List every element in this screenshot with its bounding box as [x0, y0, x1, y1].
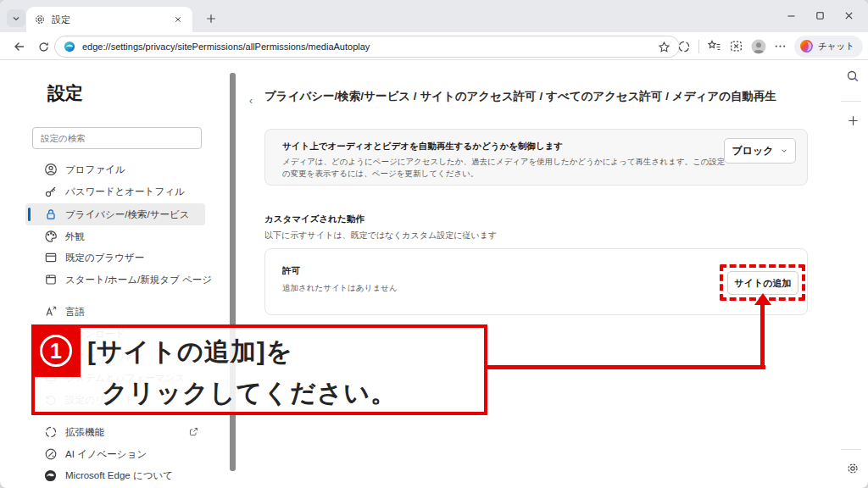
- address-bar[interactable]: edge://settings/privacy/sitePermissions/…: [54, 36, 680, 58]
- key-icon: [44, 185, 58, 198]
- sidebar-item-label: プライバシー/検索/サービス: [65, 208, 190, 221]
- autoplay-setting-description: メディアは、どのようにページにアクセスしたか、過去にメディアを使用したかどうかに…: [282, 156, 727, 180]
- palette-icon: [44, 230, 58, 243]
- browser-essentials-icon[interactable]: [677, 40, 691, 53]
- rail-divider: [841, 101, 861, 102]
- sidebar-item-languages[interactable]: 言語: [25, 301, 205, 323]
- annotation-text-line1: [サイトの追加]を: [87, 335, 293, 369]
- sidebar-plus-icon[interactable]: [844, 112, 861, 129]
- step-number: 1: [40, 335, 72, 367]
- annotation-arrow-vertical: [760, 303, 765, 369]
- autoplay-dropdown[interactable]: ブロック: [724, 138, 796, 164]
- allow-empty-text: 追加されたサイトはありません: [282, 283, 398, 294]
- tab-strip: 設定: [0, 0, 868, 32]
- toolbar-right-icons: チャット: [677, 35, 863, 58]
- copilot-chat-button[interactable]: チャット: [794, 36, 863, 58]
- start-page-icon: [44, 273, 58, 286]
- breadcrumb: プライバシー/検索/サービス / サイトのアクセス許可 / すべてのアクセス許可…: [264, 88, 790, 105]
- chevron-down-icon: [11, 14, 21, 24]
- browser-window: 設定 edge://settings/privacy/sitePermissio…: [0, 0, 868, 488]
- annotation-arrow-head: [754, 293, 771, 305]
- profile-icon: [44, 163, 58, 176]
- plus-icon: [205, 13, 217, 25]
- sidebar-item-ai-innovation[interactable]: AI イノベーション: [25, 443, 205, 465]
- extensions-icon: [44, 425, 58, 439]
- sidebar-item-label: 既定のブラウザー: [65, 252, 144, 264]
- sidebar-item-label: プロファイル: [65, 164, 125, 176]
- allow-title: 許可: [282, 265, 300, 277]
- annotation-step-badge: 1: [31, 324, 81, 377]
- refresh-button[interactable]: [36, 39, 51, 54]
- sidebar-item-start-home[interactable]: スタート/ホーム/新規タブ ページ: [25, 269, 205, 291]
- tab-settings[interactable]: 設定: [26, 7, 192, 32]
- new-tab-button[interactable]: [202, 9, 220, 28]
- chevron-down-icon: [780, 147, 788, 155]
- close-button[interactable]: [834, 3, 863, 27]
- copilot-icon: [799, 39, 814, 53]
- favorite-star-icon[interactable]: [658, 41, 670, 53]
- sidebar-item-passwords[interactable]: パスワードとオートフィル: [25, 180, 205, 202]
- sidebar-item-profile[interactable]: プロファイル: [25, 158, 205, 180]
- breadcrumb-back-icon[interactable]: ‹: [249, 95, 253, 107]
- sidebar-item-label: 言語: [65, 306, 85, 319]
- minimize-button[interactable]: [776, 3, 805, 27]
- selected-indicator: [28, 208, 31, 221]
- annotation-arrow-horizontal: [486, 365, 765, 369]
- tab-search-button[interactable]: [7, 9, 25, 27]
- toolbar-divider: [698, 40, 699, 53]
- more-menu-icon[interactable]: [774, 40, 787, 53]
- autoplay-setting-card: サイト上でオーディオとビデオを自動再生するかどうかを制御します メディアは、どの…: [264, 129, 808, 186]
- sidebar-item-extensions[interactable]: 拡張機能: [25, 421, 205, 443]
- customized-behavior-subtext: 以下に示すサイトは、既定ではなくカスタム設定に従います: [264, 230, 497, 241]
- browser-window-icon: [44, 251, 58, 264]
- ai-innovation-icon: [44, 447, 58, 461]
- sidebar-item-label: 外観: [65, 230, 85, 243]
- sidebar-gear-icon[interactable]: [844, 460, 861, 477]
- annotation-text-line2: クリックしてください。: [102, 376, 397, 411]
- settings-search-input[interactable]: [32, 127, 202, 149]
- lock-icon: [44, 208, 58, 221]
- web-capture-icon[interactable]: [729, 39, 743, 53]
- sidebar-item-appearance[interactable]: 外観: [25, 225, 205, 247]
- dropdown-value: ブロック: [732, 144, 773, 158]
- gear-icon: [34, 14, 46, 25]
- edge-logo-icon: [44, 469, 58, 482]
- sidebar-item-label: スタート/ホーム/新規タブ ページ: [65, 274, 212, 286]
- sidebar-item-label: Microsoft Edge について: [65, 469, 173, 482]
- edge-logo-icon: [64, 41, 75, 53]
- sidebar-item-privacy[interactable]: プライバシー/検索/サービス: [25, 203, 205, 225]
- sidebar-item-label: パスワードとオートフィル: [65, 186, 185, 198]
- window-controls: [776, 3, 863, 27]
- customized-behavior-heading: カスタマイズされた動作: [264, 214, 364, 225]
- rail-divider: [841, 449, 861, 450]
- favorites-icon[interactable]: [707, 39, 721, 53]
- maximize-button[interactable]: [805, 3, 834, 27]
- tab-close-icon[interactable]: [170, 13, 185, 27]
- copilot-label: チャット: [818, 41, 854, 53]
- sidebar-item-default-browser[interactable]: 既定のブラウザー: [25, 247, 205, 269]
- languages-icon: [44, 305, 58, 319]
- sidebar-item-label: 拡張機能: [65, 426, 104, 439]
- settings-page-title: 設定: [47, 81, 83, 105]
- autoplay-setting-title: サイト上でオーディオとビデオを自動再生するかどうかを制御します: [282, 141, 563, 152]
- external-link-icon: [188, 426, 199, 437]
- url-text: edge://settings/privacy/sitePermissions/…: [82, 42, 658, 52]
- tab-title: 設定: [52, 14, 170, 26]
- sidebar-item-label: AI イノベーション: [65, 448, 147, 461]
- profile-avatar-icon[interactable]: [751, 39, 766, 54]
- back-button[interactable]: [12, 39, 27, 54]
- search-icon[interactable]: [844, 68, 861, 85]
- sidebar-item-about-edge[interactable]: Microsoft Edge について: [25, 464, 205, 486]
